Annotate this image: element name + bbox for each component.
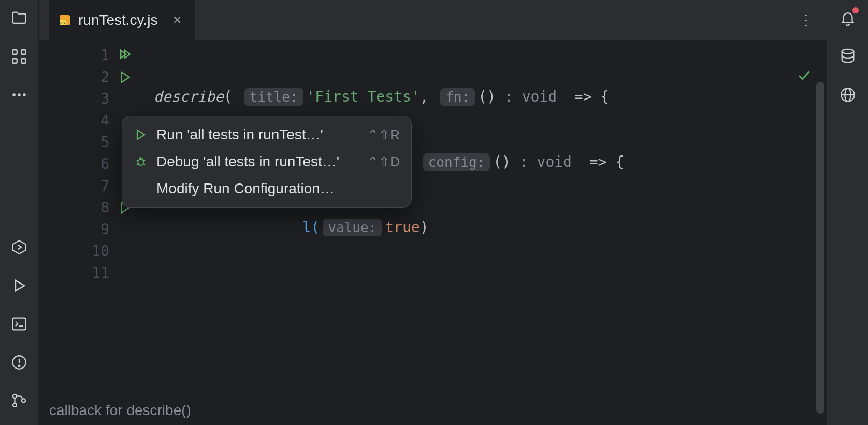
tool-sidebar-right bbox=[827, 0, 868, 425]
blank-icon bbox=[134, 181, 148, 196]
svg-marker-8 bbox=[16, 280, 24, 291]
gutter-run-icons bbox=[117, 42, 148, 395]
tab-filename: runTest.cy.js bbox=[78, 12, 158, 29]
run-test-gutter-icon[interactable] bbox=[117, 66, 148, 88]
tool-sidebar-left bbox=[0, 0, 39, 425]
more-icon[interactable] bbox=[10, 86, 28, 104]
code-area[interactable]: describe( title:'First Tests', fn:() : v… bbox=[153, 40, 827, 395]
structure-icon[interactable] bbox=[10, 48, 28, 65]
svg-line-31 bbox=[139, 158, 140, 160]
gutter: 1 2 3 4 5 6 7 8 9 10 11 bbox=[39, 40, 153, 395]
svg-rect-0 bbox=[12, 50, 17, 54]
svg-point-15 bbox=[13, 403, 17, 407]
project-icon[interactable] bbox=[10, 9, 28, 27]
web-icon[interactable] bbox=[839, 86, 857, 104]
run-all-gutter-icon[interactable] bbox=[117, 45, 148, 66]
line-numbers: 1 2 3 4 5 6 7 8 9 10 11 bbox=[39, 42, 117, 395]
svg-marker-22 bbox=[122, 72, 129, 82]
file-js-icon: JS bbox=[59, 14, 71, 26]
svg-point-6 bbox=[23, 93, 26, 96]
menu-label: Debug 'all tests in runTest…' bbox=[156, 153, 359, 170]
inspection-ok-icon[interactable] bbox=[727, 46, 812, 111]
svg-marker-24 bbox=[137, 130, 144, 140]
editor-tab[interactable]: JS runTest.cy.js ✕ bbox=[49, 0, 195, 40]
run-context-menu: Run 'all tests in runTest…' ⌃⇧R Debug 'a… bbox=[122, 116, 412, 208]
svg-marker-7 bbox=[12, 240, 26, 254]
vertical-scrollbar[interactable] bbox=[816, 82, 824, 414]
svg-point-5 bbox=[18, 93, 21, 96]
notification-dot bbox=[852, 7, 859, 13]
svg-point-16 bbox=[22, 399, 25, 402]
svg-point-33 bbox=[842, 49, 853, 54]
svg-point-14 bbox=[13, 394, 17, 398]
main-column: JS runTest.cy.js ✕ ⋮ 1 2 3 4 5 6 7 8 9 1… bbox=[39, 0, 827, 425]
editor: 1 2 3 4 5 6 7 8 9 10 11 bbox=[39, 40, 827, 395]
svg-rect-2 bbox=[12, 59, 17, 63]
svg-point-13 bbox=[19, 365, 20, 367]
problems-icon[interactable] bbox=[10, 353, 28, 371]
menu-label: Modify Run Configuration… bbox=[156, 180, 400, 197]
svg-line-32 bbox=[142, 158, 142, 160]
svg-text:JS: JS bbox=[60, 21, 65, 25]
menu-run-tests[interactable]: Run 'all tests in runTest…' ⌃⇧R bbox=[122, 121, 411, 148]
play-icon bbox=[134, 128, 148, 142]
svg-rect-1 bbox=[21, 50, 26, 54]
database-icon[interactable] bbox=[839, 48, 857, 65]
notifications-icon[interactable] bbox=[839, 9, 857, 27]
menu-modify-config[interactable]: Modify Run Configuration… bbox=[122, 175, 411, 202]
menu-label: Run 'all tests in runTest…' bbox=[156, 126, 359, 143]
svg-rect-3 bbox=[21, 59, 26, 63]
svg-point-4 bbox=[12, 93, 16, 96]
vcs-icon[interactable] bbox=[10, 392, 28, 409]
svg-rect-9 bbox=[12, 318, 26, 330]
menu-debug-tests[interactable]: Debug 'all tests in runTest…' ⌃⇧D bbox=[122, 148, 411, 175]
menu-shortcut: ⌃⇧D bbox=[367, 154, 400, 170]
menu-shortcut: ⌃⇧R bbox=[367, 127, 400, 143]
editor-tab-bar: JS runTest.cy.js ✕ ⋮ bbox=[39, 0, 827, 40]
services-icon[interactable] bbox=[10, 238, 28, 256]
close-tab-icon[interactable]: ✕ bbox=[168, 11, 186, 29]
run-tool-icon[interactable] bbox=[10, 277, 28, 294]
svg-point-25 bbox=[138, 159, 144, 165]
terminal-icon[interactable] bbox=[10, 315, 28, 333]
bug-icon bbox=[134, 154, 148, 169]
tab-options-icon[interactable]: ⋮ bbox=[791, 7, 820, 33]
